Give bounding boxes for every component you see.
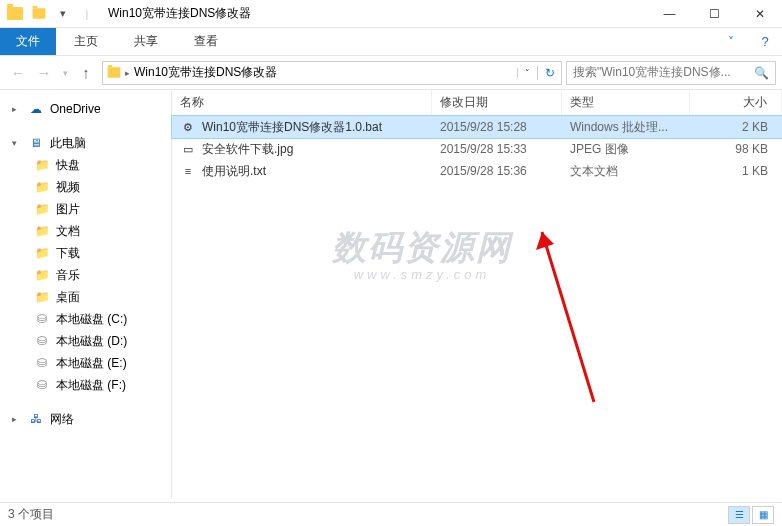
file-icon: ≡ <box>180 163 196 179</box>
folder-icon: 📁 <box>34 179 50 195</box>
nav-child-item[interactable]: 📁视频 <box>0 176 171 198</box>
folder-icon: 📁 <box>34 223 50 239</box>
file-list: 名称 修改日期 类型 大小 ⚙Win10宽带连接DNS修改器1.0.bat201… <box>172 90 782 498</box>
nav-label: 快盘 <box>56 157 80 174</box>
app-icon <box>4 4 26 24</box>
svg-marker-1 <box>536 232 554 250</box>
nav-label: 本地磁盘 (C:) <box>56 311 127 328</box>
nav-label: 图片 <box>56 201 80 218</box>
watermark: 数码资源网 www.smzy.com <box>332 225 512 282</box>
nav-label: 本地磁盘 (E:) <box>56 355 127 372</box>
nav-network[interactable]: ▸ 🖧 网络 <box>0 408 171 430</box>
up-button[interactable]: ↑ <box>74 61 98 85</box>
file-size: 2 KB <box>690 120 782 134</box>
file-type: JPEG 图像 <box>562 141 690 158</box>
folder-icon: ⛁ <box>34 377 50 393</box>
navigation-pane: ▸ ☁ OneDrive ▾ 🖥 此电脑 📁快盘📁视频📁图片📁文档📁下载📁音乐📁… <box>0 90 172 498</box>
nav-child-item[interactable]: 📁下载 <box>0 242 171 264</box>
tab-home[interactable]: 主页 <box>56 28 116 55</box>
nav-child-item[interactable]: ⛁本地磁盘 (E:) <box>0 352 171 374</box>
nav-child-item[interactable]: ⛁本地磁盘 (D:) <box>0 330 171 352</box>
address-bar[interactable]: ▸ Win10宽带连接DNS修改器 ˅ ↻ <box>102 61 562 85</box>
forward-button[interactable]: → <box>32 61 56 85</box>
nav-label: 文档 <box>56 223 80 240</box>
column-date[interactable]: 修改日期 <box>432 90 562 115</box>
nav-child-item[interactable]: ⛁本地磁盘 (F:) <box>0 374 171 396</box>
file-date: 2015/9/28 15:36 <box>432 164 562 178</box>
details-view-button[interactable]: ☰ <box>728 506 750 524</box>
nav-this-pc[interactable]: ▾ 🖥 此电脑 <box>0 132 171 154</box>
nav-child-item[interactable]: 📁图片 <box>0 198 171 220</box>
close-button[interactable]: ✕ <box>737 0 782 28</box>
folder-icon: 📁 <box>34 289 50 305</box>
collapse-icon[interactable]: ▾ <box>12 138 22 148</box>
nav-label: 网络 <box>50 411 74 428</box>
file-type: Windows 批处理... <box>562 119 690 136</box>
folder-icon: 📁 <box>34 157 50 173</box>
nav-onedrive[interactable]: ▸ ☁ OneDrive <box>0 98 171 120</box>
breadcrumb-segment[interactable]: Win10宽带连接DNS修改器 <box>130 64 281 81</box>
nav-child-item[interactable]: 📁桌面 <box>0 286 171 308</box>
network-icon: 🖧 <box>28 411 44 427</box>
nav-label: 下载 <box>56 245 80 262</box>
item-count: 3 个项目 <box>8 506 54 523</box>
nav-child-item[interactable]: 📁快盘 <box>0 154 171 176</box>
qat-separator: | <box>76 4 98 24</box>
tab-view[interactable]: 查看 <box>176 28 236 55</box>
address-dropdown-icon[interactable]: ˅ <box>517 68 537 78</box>
file-name: 安全软件下载.jpg <box>202 141 293 158</box>
expand-icon[interactable]: ▸ <box>12 414 22 424</box>
quick-access-toolbar[interactable] <box>28 4 50 24</box>
maximize-button[interactable]: ☐ <box>692 0 737 28</box>
file-tab[interactable]: 文件 <box>0 28 56 55</box>
expand-ribbon-icon[interactable]: ˅ <box>714 28 748 55</box>
nav-child-item[interactable]: 📁音乐 <box>0 264 171 286</box>
svg-line-0 <box>542 232 594 402</box>
refresh-button[interactable]: ↻ <box>537 66 561 80</box>
nav-label: 桌面 <box>56 289 80 306</box>
file-row[interactable]: ▭安全软件下载.jpg2015/9/28 15:33JPEG 图像98 KB <box>172 138 782 160</box>
recent-locations-icon[interactable]: ▾ <box>58 61 72 85</box>
file-size: 98 KB <box>690 142 782 156</box>
address-bar-row: ← → ▾ ↑ ▸ Win10宽带连接DNS修改器 ˅ ↻ 搜索"Win10宽带… <box>0 56 782 90</box>
search-placeholder: 搜索"Win10宽带连接DNS修... <box>573 64 731 81</box>
file-row[interactable]: ≡使用说明.txt2015/9/28 15:36文本文档1 KB <box>172 160 782 182</box>
nav-child-item[interactable]: ⛁本地磁盘 (C:) <box>0 308 171 330</box>
nav-label: OneDrive <box>50 102 101 116</box>
nav-label: 此电脑 <box>50 135 86 152</box>
help-icon[interactable]: ? <box>748 28 782 55</box>
file-name: Win10宽带连接DNS修改器1.0.bat <box>202 119 382 136</box>
annotation-arrow <box>534 226 604 406</box>
file-size: 1 KB <box>690 164 782 178</box>
location-icon <box>103 66 125 79</box>
search-input[interactable]: 搜索"Win10宽带连接DNS修... 🔍 <box>566 61 776 85</box>
ribbon-tabs: 文件 主页 共享 查看 ˅ ? <box>0 28 782 56</box>
folder-icon: 📁 <box>34 267 50 283</box>
folder-icon: 📁 <box>34 245 50 261</box>
column-headers: 名称 修改日期 类型 大小 <box>172 90 782 116</box>
search-icon: 🔍 <box>754 66 769 80</box>
expand-icon[interactable]: ▸ <box>12 104 22 114</box>
column-size[interactable]: 大小 <box>690 90 782 115</box>
watermark-url: www.smzy.com <box>332 267 512 282</box>
thumbnails-view-button[interactable]: ▦ <box>752 506 774 524</box>
file-name: 使用说明.txt <box>202 163 266 180</box>
column-name[interactable]: 名称 <box>172 90 432 115</box>
window-title: Win10宽带连接DNS修改器 <box>108 5 251 22</box>
column-type[interactable]: 类型 <box>562 90 690 115</box>
onedrive-icon: ☁ <box>28 101 44 117</box>
folder-icon: ⛁ <box>34 333 50 349</box>
minimize-button[interactable]: — <box>647 0 692 28</box>
file-row[interactable]: ⚙Win10宽带连接DNS修改器1.0.bat2015/9/28 15:28Wi… <box>172 116 782 138</box>
watermark-text: 数码资源网 <box>332 228 512 266</box>
qat-dropdown-icon[interactable]: ▾ <box>52 4 74 24</box>
nav-label: 本地磁盘 (D:) <box>56 333 127 350</box>
file-icon: ⚙ <box>180 119 196 135</box>
file-type: 文本文档 <box>562 163 690 180</box>
nav-label: 视频 <box>56 179 80 196</box>
status-bar: 3 个项目 ☰ ▦ <box>0 502 782 526</box>
nav-child-item[interactable]: 📁文档 <box>0 220 171 242</box>
file-date: 2015/9/28 15:33 <box>432 142 562 156</box>
tab-share[interactable]: 共享 <box>116 28 176 55</box>
back-button[interactable]: ← <box>6 61 30 85</box>
